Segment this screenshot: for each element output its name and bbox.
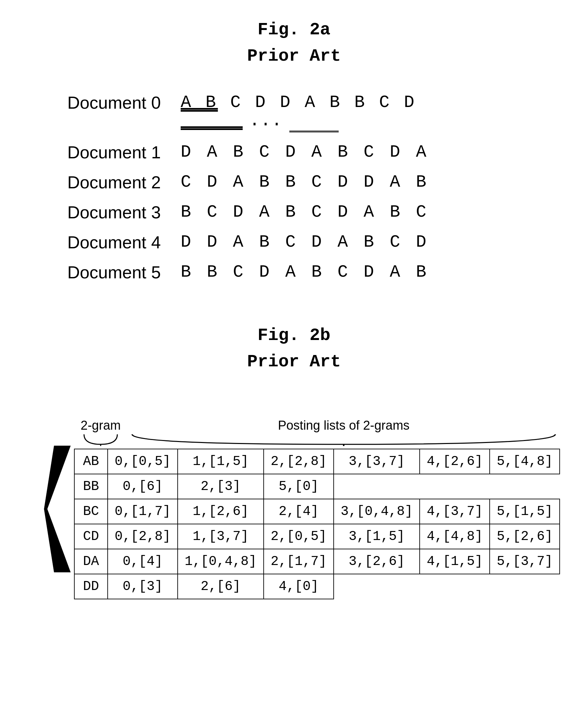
posting-cell: 4,[0] [264, 574, 334, 599]
posting-cell: 2,[1,7] [264, 549, 334, 574]
fig2a-subtitle: Prior Art [27, 46, 561, 66]
empty-posting-cell [420, 474, 490, 499]
posting-cell: 0,[4] [108, 549, 178, 574]
posting-cell: 0,[2,8] [108, 524, 178, 549]
gram-cell: AB [74, 449, 108, 474]
doc2-label: Document 2 [67, 172, 181, 192]
doc0-label: Document 0 [67, 93, 181, 113]
posting-col-label: Posting lists of 2-grams [278, 418, 410, 433]
posting-cell: 4,[1,5] [420, 549, 490, 574]
table-wrapper: 2-gram Posting lists of 2-grams [44, 418, 544, 599]
table-row: BC0,[1,7]1,[2,6]2,[4]3,[0,4,8]4,[3,7]5,[… [74, 499, 560, 524]
posting-cell: 2,[2,8] [264, 449, 334, 474]
fig2b-title: Fig. 2b [258, 326, 330, 345]
posting-brace-col: Posting lists of 2-grams [127, 418, 560, 446]
doc1-sequence: D A B C D A B C D A [181, 142, 429, 162]
gram-curly-brace-icon [81, 433, 121, 446]
fig2a-title: Fig. 2a [27, 20, 561, 40]
posting-cell: 1,[3,7] [178, 524, 264, 549]
table-row: CD0,[2,8]1,[3,7]2,[0,5]3,[1,5]4,[4,8]5,[… [74, 524, 560, 549]
posting-cell: 1,[2,6] [178, 499, 264, 524]
doc0-sequence: A B C D D A B B C D ... [181, 93, 416, 132]
table-row: AB0,[0,5]1,[1,5]2,[2,8]3,[3,7]4,[2,6]5,[… [74, 449, 560, 474]
svg-marker-0 [44, 446, 71, 572]
table-row: DD0,[3]2,[6]4,[0] [74, 574, 560, 599]
fig2b-section: Fig. 2b Prior Art 2-gram [27, 326, 561, 599]
table-and-labels: 2-gram Posting lists of 2-grams [74, 418, 560, 599]
posting-cell: 0,[3] [108, 574, 178, 599]
doc3-label: Document 3 [67, 202, 181, 222]
empty-posting-cell [490, 574, 560, 599]
posting-cell: 3,[2,6] [334, 549, 420, 574]
posting-cell: 4,[4,8] [420, 524, 490, 549]
document-row-1: Document 1 D A B C D A B C D A [67, 142, 561, 162]
posting-cell: 5,[4,8] [490, 449, 560, 474]
doc0-rest: C D D A B B C D [218, 93, 416, 112]
posting-cell: 2,[4] [264, 499, 334, 524]
doc0-ab-underline2 [181, 111, 243, 131]
doc5-sequence: B B C D A B C D A B [181, 262, 429, 282]
document-row-2: Document 2 C D A B B C D D A B [67, 172, 561, 192]
gram-brace-col: 2-gram [74, 418, 127, 446]
posting-cell: 3,[3,7] [334, 449, 420, 474]
document-row-5: Document 5 B B C D A B C D A B [67, 262, 561, 282]
empty-posting-cell [420, 574, 490, 599]
empty-posting-cell [490, 474, 560, 499]
doc0-ellipsis: ... [249, 111, 283, 131]
documents-area: Document 0 A B C D D A B B C D ... Docum… [67, 93, 561, 292]
doc1-label: Document 1 [67, 142, 181, 162]
doc0-seq-row1: A B C D D A B B C D [181, 93, 416, 112]
posting-cell: 0,[0,5] [108, 449, 178, 474]
posting-cell: 2,[6] [178, 574, 264, 599]
table-row: DA0,[4]1,[0,4,8]2,[1,7]3,[2,6]4,[1,5]5,[… [74, 549, 560, 574]
posting-cell: 5,[0] [264, 474, 334, 499]
gram-cell: BB [74, 474, 108, 499]
doc5-label: Document 5 [67, 262, 181, 282]
posting-cell: 4,[2,6] [420, 449, 490, 474]
posting-cell: 1,[1,5] [178, 449, 264, 474]
document-row-4: Document 4 D D A B C D A B C D [67, 232, 561, 252]
posting-cell: 2,[0,5] [264, 524, 334, 549]
doc4-sequence: D D A B C D A B C D [181, 232, 429, 252]
posting-cell: 2,[3] [178, 474, 264, 499]
gram-cell: BC [74, 499, 108, 524]
left-brace-area [44, 446, 71, 572]
ngram-table: AB0,[0,5]1,[1,5]2,[2,8]3,[3,7]4,[2,6]5,[… [74, 449, 560, 599]
brace-annotation-row: 2-gram Posting lists of 2-grams [74, 418, 560, 446]
table-row: BB0,[6]2,[3]5,[0] [74, 474, 560, 499]
posting-cell: 5,[3,7] [490, 549, 560, 574]
posting-cell: 4,[3,7] [420, 499, 490, 524]
posting-cell: 3,[1,5] [334, 524, 420, 549]
fig2b-subtitle: Prior Art [247, 352, 341, 372]
posting-cell: 1,[0,4,8] [178, 549, 264, 574]
gram-col-label: 2-gram [81, 418, 121, 433]
document-row-0: Document 0 A B C D D A B B C D ... [67, 93, 561, 132]
posting-cell: 0,[6] [108, 474, 178, 499]
doc0-ab-underline: A B [181, 93, 218, 112]
gram-cell: DA [74, 549, 108, 574]
left-arrow-icon [44, 446, 71, 572]
posting-cell: 3,[0,4,8] [334, 499, 420, 524]
gram-cell: CD [74, 524, 108, 549]
posting-cell: 5,[2,6] [490, 524, 560, 549]
gram-cell: DD [74, 574, 108, 599]
doc0-end-underline [289, 111, 339, 132]
fig2a-section: Fig. 2a Prior Art Document 0 A B C D D A… [27, 20, 561, 292]
posting-cell: 0,[1,7] [108, 499, 178, 524]
posting-cell: 5,[1,5] [490, 499, 560, 524]
doc2-sequence: C D A B B C D D A B [181, 172, 429, 192]
doc4-label: Document 4 [67, 232, 181, 252]
empty-posting-cell [334, 574, 420, 599]
document-row-3: Document 3 B C D A B C D A B C [67, 202, 561, 222]
doc0-seq-row2: ... [181, 111, 416, 132]
page-container: Fig. 2a Prior Art Document 0 A B C D D A… [27, 20, 561, 599]
empty-posting-cell [334, 474, 420, 499]
posting-curly-brace-icon [127, 433, 560, 446]
doc3-sequence: B C D A B C D A B C [181, 202, 429, 222]
